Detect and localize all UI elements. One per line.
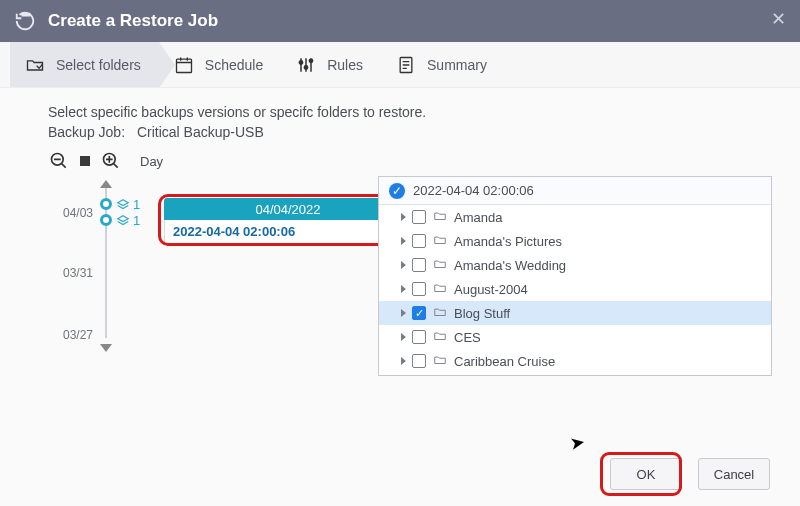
timeline-tick: 04/03 <box>63 206 93 220</box>
version-item[interactable]: 2022-04-04 02:00:06 ✓ <box>164 220 412 244</box>
zoom-controls: Day <box>48 150 772 172</box>
check-icon: ✓ <box>389 183 405 199</box>
folder-label: August-2004 <box>454 282 528 297</box>
timeline-axis <box>105 188 107 338</box>
tree-rows: AmandaAmanda's PicturesAmanda's WeddingA… <box>379 205 771 373</box>
dialog-footer: OK Cancel <box>610 458 770 490</box>
close-icon[interactable]: ✕ <box>771 8 786 30</box>
expand-icon[interactable] <box>401 333 406 341</box>
tree-header-label: 2022-04-04 02:00:06 <box>413 183 534 198</box>
cursor-icon: ➤ <box>568 431 587 455</box>
folder-icon <box>432 353 448 370</box>
svg-rect-0 <box>21 13 30 17</box>
titlebar: Create a Restore Job ✕ <box>0 0 800 42</box>
zoom-reset-button[interactable] <box>80 156 90 166</box>
tree-row[interactable]: ✓Blog Stuff <box>379 301 771 325</box>
timeline-count-badge: 1 <box>116 197 140 212</box>
content-area: Select specific backups versions or spec… <box>0 88 800 506</box>
checkbox[interactable] <box>412 354 426 368</box>
step-label: Summary <box>427 57 487 73</box>
step-rules[interactable]: Rules <box>281 42 381 87</box>
checkbox[interactable]: ✓ <box>412 306 426 320</box>
timeline-point[interactable] <box>100 214 112 226</box>
expand-icon[interactable] <box>401 237 406 245</box>
restore-icon <box>14 10 36 32</box>
expand-icon[interactable] <box>401 261 406 269</box>
zoom-in-button[interactable] <box>100 150 122 172</box>
svg-point-3 <box>305 65 308 68</box>
description-text: Select specific backups versions or spec… <box>48 104 772 120</box>
backup-job-name: Critical Backup-USB <box>137 124 264 140</box>
svg-point-2 <box>300 60 303 63</box>
checkbox[interactable] <box>412 234 426 248</box>
document-icon <box>395 54 417 76</box>
step-label: Schedule <box>205 57 263 73</box>
version-date-header: 04/04/2022 <box>164 198 412 220</box>
step-select-folders[interactable]: Select folders <box>10 42 159 87</box>
expand-icon[interactable] <box>401 285 406 293</box>
step-label: Rules <box>327 57 363 73</box>
window-title: Create a Restore Job <box>48 11 218 31</box>
calendar-icon <box>173 54 195 76</box>
folder-icon <box>432 281 448 298</box>
backup-job-label: Backup Job: <box>48 124 125 140</box>
tree-row[interactable]: August-2004 <box>379 277 771 301</box>
step-summary[interactable]: Summary <box>381 42 505 87</box>
timeline: 04/03 1 1 03/31 03/27 04/04/2022 <box>48 176 348 352</box>
ok-button[interactable]: OK <box>610 458 682 490</box>
checkbox[interactable] <box>412 330 426 344</box>
restore-job-window: Create a Restore Job ✕ Select folders Sc… <box>0 0 800 506</box>
folder-icon <box>432 209 448 226</box>
checkbox[interactable] <box>412 258 426 272</box>
tree-row[interactable]: Amanda's Pictures <box>379 229 771 253</box>
folder-icon <box>432 329 448 346</box>
step-schedule[interactable]: Schedule <box>159 42 281 87</box>
zoom-out-button[interactable] <box>48 150 70 172</box>
timeline-tick: 03/31 <box>63 266 93 280</box>
wizard-steps: Select folders Schedule Rules Summary <box>0 42 800 88</box>
timeline-count-badge: 1 <box>116 213 140 228</box>
folder-label: Amanda <box>454 210 502 225</box>
folder-tree-panel: ✓ 2022-04-04 02:00:06 AmandaAmanda's Pic… <box>378 176 772 376</box>
expand-icon[interactable] <box>401 357 406 365</box>
tree-header: ✓ 2022-04-04 02:00:06 <box>379 177 771 205</box>
backup-job-row: Backup Job: Critical Backup-USB <box>48 124 772 140</box>
svg-point-4 <box>310 59 313 62</box>
folder-icon <box>432 257 448 274</box>
folder-label: Amanda's Wedding <box>454 258 566 273</box>
version-timestamp: 2022-04-04 02:00:06 <box>173 224 295 239</box>
zoom-unit-label: Day <box>140 154 163 169</box>
folder-label: CES <box>454 330 481 345</box>
checkbox[interactable] <box>412 210 426 224</box>
folder-label: Caribbean Cruise <box>454 354 555 369</box>
folder-icon <box>432 305 448 322</box>
sliders-icon <box>295 54 317 76</box>
timeline-scroll-up[interactable] <box>100 180 112 188</box>
tree-row[interactable]: Amanda's Wedding <box>379 253 771 277</box>
tree-row[interactable]: CES <box>379 325 771 349</box>
step-label: Select folders <box>56 57 141 73</box>
cancel-button[interactable]: Cancel <box>698 458 770 490</box>
svg-rect-1 <box>176 59 191 72</box>
folder-icon <box>432 233 448 250</box>
folder-label: Amanda's Pictures <box>454 234 562 249</box>
folders-icon <box>24 54 46 76</box>
timeline-point[interactable] <box>100 198 112 210</box>
folder-label: Blog Stuff <box>454 306 510 321</box>
expand-icon[interactable] <box>401 309 406 317</box>
tree-row[interactable]: Amanda <box>379 205 771 229</box>
expand-icon[interactable] <box>401 213 406 221</box>
timeline-scroll-down[interactable] <box>100 344 112 352</box>
timeline-tick: 03/27 <box>63 328 93 342</box>
checkbox[interactable] <box>412 282 426 296</box>
tree-row[interactable]: Caribbean Cruise <box>379 349 771 373</box>
